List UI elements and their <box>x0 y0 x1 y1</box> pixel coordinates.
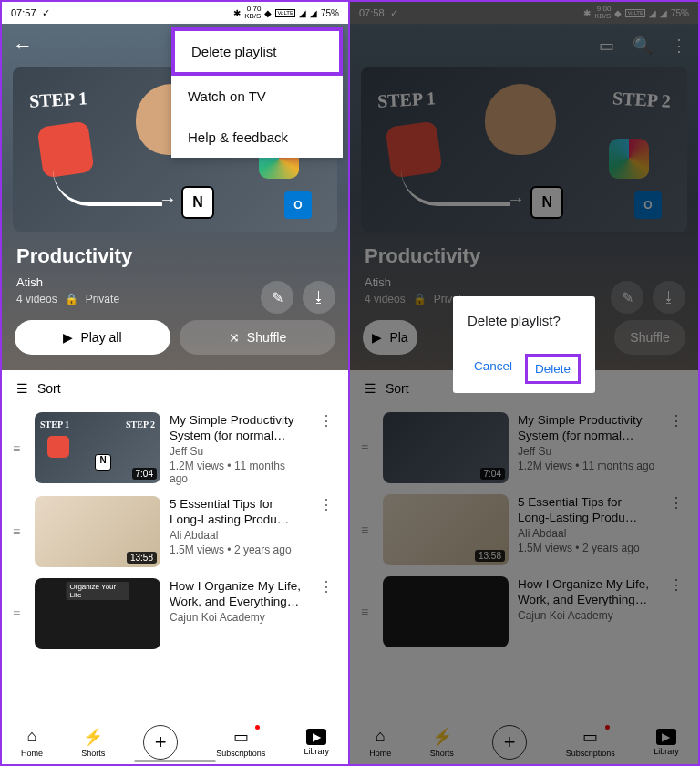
sort-button[interactable]: ☰ Sort <box>2 370 348 407</box>
video-meta: 1.5M views • 2 years ago <box>170 543 306 556</box>
notification-dot <box>255 725 260 730</box>
cancel-button[interactable]: Cancel <box>467 354 520 384</box>
status-bar: 07:57 ✓ ✱ 0.70 KB/S ◆ VoLTE ◢ ◢ 75% <box>2 2 348 24</box>
video-title: My Simple Productivity System (for norma… <box>170 412 306 443</box>
shuffle-icon: ⤨ <box>229 330 240 345</box>
nav-library[interactable]: ▶ Library <box>304 729 329 756</box>
play-all-label: Play all <box>80 330 121 345</box>
nav-shorts-label: Shorts <box>81 749 105 758</box>
dialog-title: Delete playlist? <box>468 313 581 328</box>
nav-home[interactable]: ⌂ Home <box>21 727 43 758</box>
thumb-step1-text: STEP 1 <box>28 88 88 111</box>
bluetooth-icon: ✱ <box>233 8 241 18</box>
video-thumb: Organize Your Life <box>35 578 160 649</box>
play-icon: ▶ <box>63 330 73 345</box>
video-thumb: 13:58 <box>35 496 160 567</box>
sort-icon: ☰ <box>16 381 28 396</box>
sort-label: Sort <box>37 381 61 396</box>
video-channel: Cajun Koi Academy <box>170 611 306 624</box>
subscriptions-icon: ▭ <box>231 727 251 747</box>
menu-watch-on-tv[interactable]: Watch on TV <box>171 76 343 117</box>
nav-create-button[interactable]: + <box>143 725 178 760</box>
nav-subscriptions[interactable]: ▭ Subscriptions <box>216 727 265 758</box>
playlist-title: Productivity <box>16 244 334 268</box>
nav-home-label: Home <box>21 749 43 758</box>
gesture-bar <box>134 760 216 762</box>
shorts-icon: ⚡ <box>83 727 103 747</box>
video-list: ≡ STEP 1 STEP 2 N 7:04 My Simple Product… <box>2 407 348 655</box>
bottom-nav: ⌂ Home ⚡ Shorts + ▭ Subscriptions ▶ Libr… <box>2 719 348 764</box>
nav-shorts[interactable]: ⚡ Shorts <box>81 727 105 758</box>
nav-subs-label: Subscriptions <box>216 749 265 758</box>
signal-icon: ◢ <box>299 8 306 18</box>
menu-delete-playlist[interactable]: Delete playlist <box>171 27 343 76</box>
phone-left: 07:57 ✓ ✱ 0.70 KB/S ◆ VoLTE ◢ ◢ 75% ← <box>2 2 350 764</box>
nav-library-label: Library <box>304 747 329 756</box>
alarm-icon: ✓ <box>42 7 50 19</box>
play-all-button[interactable]: ▶ Play all <box>15 320 170 355</box>
video-more-icon[interactable]: ⋮ <box>315 496 337 513</box>
back-arrow-icon[interactable]: ← <box>13 34 33 57</box>
phone-right: 07:58 ✓ ✱ 9.00 KB/S ◆ VoLTE ◢ ◢ 75% ▭ <box>350 2 698 764</box>
duration-badge: 7:04 <box>132 468 157 480</box>
drag-handle-icon[interactable]: ≡ <box>13 524 26 539</box>
notion-icon: N <box>181 186 214 219</box>
download-button[interactable]: ⭳ <box>303 281 335 314</box>
video-more-icon[interactable]: ⋮ <box>315 578 337 595</box>
video-meta: 1.2M views • 11 months ago <box>170 460 306 485</box>
video-count: 4 videos <box>16 293 57 305</box>
library-icon: ▶ <box>306 729 326 745</box>
lock-icon: 🔒 <box>65 293 78 305</box>
outlook-icon: O <box>284 192 312 219</box>
network-speed: 0.70 KB/S <box>244 5 261 20</box>
shuffle-button[interactable]: ⤨ Shuffle <box>180 320 335 355</box>
overflow-menu: Delete playlist Watch on TV Help & feedb… <box>171 27 343 158</box>
duration-badge: 13:58 <box>127 552 157 564</box>
privacy-label: Private <box>86 293 119 305</box>
shuffle-label: Shuffle <box>247 330 286 345</box>
video-row[interactable]: ≡ Organize Your Life How I Organize My L… <box>9 573 341 655</box>
video-row[interactable]: ≡ STEP 1 STEP 2 N 7:04 My Simple Product… <box>9 407 341 491</box>
video-title: 5 Essential Tips for Long-Lasting Produ… <box>170 496 306 527</box>
video-row[interactable]: ≡ 13:58 5 Essential Tips for Long-Lastin… <box>9 491 341 573</box>
video-thumb: STEP 1 STEP 2 N 7:04 <box>35 412 160 483</box>
video-channel: Ali Abdaal <box>170 529 306 542</box>
signal-icon-2: ◢ <box>310 8 317 18</box>
wifi-icon: ◆ <box>264 8 272 18</box>
menu-help-feedback[interactable]: Help & feedback <box>171 117 343 158</box>
status-time: 07:57 <box>11 7 36 18</box>
delete-button[interactable]: Delete <box>525 354 581 384</box>
edit-button[interactable]: ✎ <box>261 281 293 314</box>
volte-icon: VoLTE <box>275 9 295 17</box>
video-more-icon[interactable]: ⋮ <box>315 412 337 430</box>
video-channel: Jeff Su <box>170 445 306 458</box>
drag-handle-icon[interactable]: ≡ <box>13 606 26 621</box>
drag-handle-icon[interactable]: ≡ <box>13 441 26 456</box>
battery-text: 75% <box>321 8 339 18</box>
home-icon: ⌂ <box>22 727 42 747</box>
arrow-head-icon: → <box>159 189 177 210</box>
arrow-curve <box>53 170 162 206</box>
delete-dialog: Delete playlist? Cancel Delete <box>453 296 595 393</box>
video-title: How I Organize My Life, Work, and Everyt… <box>170 578 306 609</box>
